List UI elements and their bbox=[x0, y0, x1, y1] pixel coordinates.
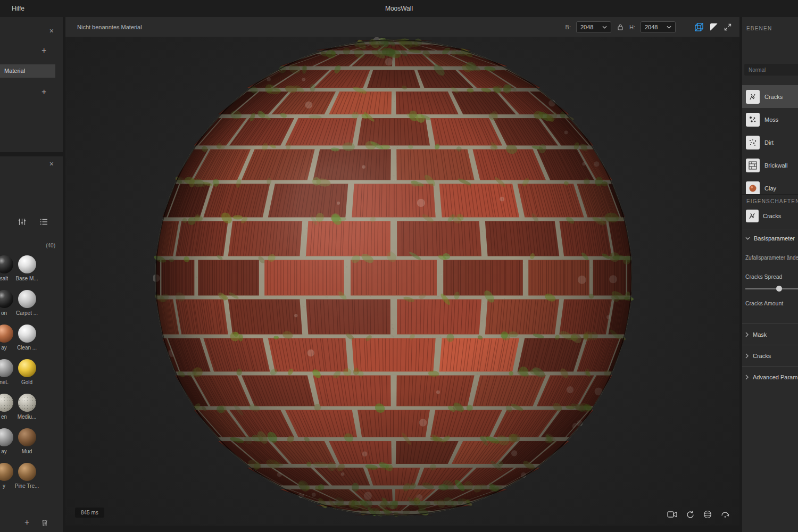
environment-icon[interactable] bbox=[703, 510, 712, 519]
moss-icon bbox=[746, 113, 760, 127]
material-thumbnail[interactable]: neL bbox=[0, 359, 15, 394]
divider bbox=[742, 229, 798, 229]
layer-name: Dirt bbox=[764, 139, 774, 146]
layer-row-moss[interactable]: Moss bbox=[742, 108, 798, 131]
left-sidebar: × + Material + × (40) saltBase M...onCar… bbox=[0, 17, 63, 532]
right-sidebar: EBENEN Normal CracksMossDirtBrickwallCla… bbox=[742, 17, 798, 532]
add-material-button[interactable]: + bbox=[24, 518, 29, 527]
chevron-right-icon bbox=[745, 353, 749, 359]
chevron-down-icon bbox=[602, 26, 607, 29]
width-value: 2048 bbox=[580, 24, 593, 30]
section-cracks[interactable]: Cracks bbox=[742, 345, 798, 366]
2d-view-icon[interactable] bbox=[710, 23, 718, 31]
width-dropdown[interactable]: 2048 bbox=[576, 21, 611, 33]
material-thumbnail[interactable]: Clean ... bbox=[15, 325, 38, 359]
section-label: Mask bbox=[753, 331, 767, 338]
material-sphere-thumb[interactable] bbox=[18, 290, 36, 308]
material-thumbnail[interactable]: ay bbox=[0, 428, 15, 463]
3d-viewport[interactable]: 845 ms bbox=[65, 37, 739, 526]
width-label: B: bbox=[566, 24, 571, 30]
layer-row-dirt[interactable]: Dirt bbox=[742, 131, 798, 154]
material-sphere-thumb[interactable] bbox=[0, 255, 13, 273]
3d-view-icon[interactable] bbox=[694, 22, 704, 32]
randomize-parameters-link[interactable]: Zufallsparameter ände bbox=[745, 255, 798, 261]
material-thumbnail[interactable]: salt bbox=[0, 255, 15, 290]
layers-header: EBENEN bbox=[746, 26, 772, 31]
cracks-amount-label: Cracks Amount bbox=[745, 300, 783, 306]
lock-icon[interactable] bbox=[617, 23, 624, 31]
section-advanced-param[interactable]: Advanced Param bbox=[742, 367, 798, 387]
view-toggle-group bbox=[18, 218, 48, 226]
height-dropdown[interactable]: 2048 bbox=[641, 21, 676, 33]
height-value: 2048 bbox=[645, 24, 658, 30]
slider-knob[interactable] bbox=[776, 286, 782, 292]
chevron-right-icon bbox=[745, 375, 749, 380]
material-name: Nicht benanntes Material bbox=[77, 24, 142, 30]
material-sphere-thumb[interactable] bbox=[18, 359, 36, 377]
material-sphere-thumb[interactable] bbox=[18, 428, 36, 446]
material-list-item-selected[interactable]: Material bbox=[0, 64, 55, 78]
material-label: Mediu... bbox=[18, 414, 37, 420]
render-time-badge: 845 ms bbox=[75, 508, 104, 518]
layer-row-cracks[interactable]: Cracks bbox=[742, 85, 798, 108]
material-thumbnail[interactable]: y bbox=[0, 463, 15, 497]
camera-icon[interactable] bbox=[667, 510, 678, 519]
blend-mode-value: Normal bbox=[749, 67, 766, 73]
layers-list: CracksMossDirtBrickwallClay bbox=[742, 85, 798, 194]
reset-view-icon[interactable] bbox=[686, 510, 695, 519]
clay-icon bbox=[746, 181, 760, 195]
material-label: Carpet ... bbox=[16, 310, 38, 316]
section-mask[interactable]: Mask bbox=[742, 324, 798, 345]
close-icon[interactable]: × bbox=[49, 27, 54, 35]
fullscreen-icon[interactable] bbox=[724, 23, 732, 31]
cracks-spread-slider[interactable] bbox=[745, 286, 798, 292]
material-sphere-preview[interactable] bbox=[153, 37, 634, 518]
material-thumbnail[interactable]: Gold bbox=[15, 359, 38, 394]
menu-help[interactable]: Hilfe bbox=[12, 5, 24, 12]
material-sphere-thumb[interactable] bbox=[18, 463, 36, 481]
material-sphere-thumb[interactable] bbox=[0, 290, 13, 308]
material-thumbnail[interactable]: Mediu... bbox=[15, 394, 38, 428]
height-label: H: bbox=[629, 24, 635, 30]
material-sphere-thumb[interactable] bbox=[0, 359, 13, 377]
blend-mode-select[interactable]: Normal bbox=[744, 64, 798, 76]
library-footer: + bbox=[24, 518, 48, 527]
properties-header: EIGENSCHAFTEN bbox=[742, 194, 798, 211]
layer-name: Cracks bbox=[764, 94, 783, 100]
section-basisparameter[interactable]: Basisparameter bbox=[745, 235, 795, 242]
material-label: Pine Tre... bbox=[15, 483, 39, 489]
section-label: Cracks bbox=[753, 353, 771, 359]
chevron-down-icon bbox=[745, 237, 750, 240]
material-thumbnail[interactable]: Pine Tre... bbox=[15, 463, 38, 497]
material-sphere-thumb[interactable] bbox=[0, 463, 13, 481]
material-sphere-thumb[interactable] bbox=[18, 255, 36, 273]
material-thumbnail[interactable]: on bbox=[0, 290, 15, 325]
viewport: Nicht benanntes Material B: 2048 H: 2048 bbox=[65, 17, 739, 526]
material-sphere-thumb[interactable] bbox=[0, 394, 13, 412]
panel-divider bbox=[0, 152, 63, 156]
close-icon[interactable]: × bbox=[49, 160, 54, 168]
list-view-icon[interactable] bbox=[40, 219, 48, 225]
trash-icon[interactable] bbox=[41, 519, 48, 527]
layer-row-clay[interactable]: Clay bbox=[742, 177, 798, 194]
material-label: Mud bbox=[22, 448, 32, 454]
add-icon[interactable]: + bbox=[41, 88, 46, 96]
material-thumbnail[interactable]: Base M... bbox=[15, 255, 38, 290]
rotate-environment-icon[interactable] bbox=[720, 510, 730, 519]
material-thumbnail[interactable]: Mud bbox=[15, 428, 38, 463]
materials-grid: saltBase M...onCarpet ...ayClean ...neLG… bbox=[0, 255, 63, 497]
material-thumbnail[interactable]: en bbox=[0, 394, 15, 428]
material-sphere-thumb[interactable] bbox=[0, 325, 13, 343]
layer-row-brickwall[interactable]: Brickwall bbox=[742, 154, 798, 177]
thumbnail-view-icon[interactable] bbox=[18, 218, 26, 226]
properties-layer-name: Cracks bbox=[763, 213, 781, 219]
material-thumbnail[interactable]: Carpet ... bbox=[15, 290, 38, 325]
brickwall-icon bbox=[746, 159, 760, 172]
material-sphere-thumb[interactable] bbox=[0, 428, 13, 446]
add-icon[interactable]: + bbox=[41, 46, 46, 55]
material-label: Gold bbox=[21, 379, 32, 385]
material-thumbnail[interactable]: ay bbox=[0, 325, 15, 359]
material-sphere-thumb[interactable] bbox=[18, 394, 36, 412]
material-label: ay bbox=[1, 448, 7, 454]
material-sphere-thumb[interactable] bbox=[18, 325, 36, 343]
